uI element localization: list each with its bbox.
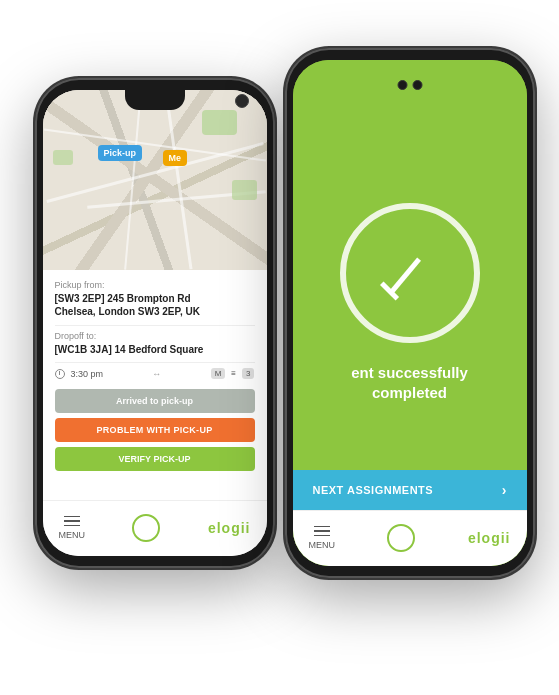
me-marker: Me: [163, 150, 188, 166]
time-row: 3:30 pm ↔ M ≡ 3: [55, 368, 255, 379]
arrived-button[interactable]: Arrived to pick-up: [55, 389, 255, 413]
next-btn-label: NEXT ASSIGNMENTS: [313, 484, 434, 496]
left-screen: Pick-up Me Pickup from: [SW3 2EP] 245 Br…: [43, 90, 267, 556]
clock-icon: [55, 369, 65, 379]
pickup-address-line1: [SW3 2EP] 245 Brompton Rd: [55, 293, 191, 304]
brand-accent: gii: [231, 520, 250, 536]
checkmark-icon: [380, 253, 440, 293]
map-park-3: [232, 180, 257, 200]
right-nav-home-button[interactable]: [387, 524, 415, 552]
success-circle: [340, 203, 480, 343]
left-menu-label: MENU: [59, 530, 86, 540]
right-camera: [397, 80, 422, 90]
left-nav-bar: MENU elogii: [43, 500, 267, 556]
right-nav-bar: MENU elogii: [293, 510, 527, 566]
info-divider-2: [55, 362, 255, 363]
right-nav-menu[interactable]: MENU: [309, 526, 336, 551]
right-menu-label: MENU: [309, 540, 336, 550]
verify-button[interactable]: VERIFY PICK-UP: [55, 447, 255, 471]
info-divider-1: [55, 325, 255, 326]
camera-dot-2: [412, 80, 422, 90]
map-area[interactable]: Pick-up Me: [43, 90, 267, 270]
right-brand-text: elo: [468, 530, 491, 546]
left-phone: Pick-up Me Pickup from: [SW3 2EP] 245 Br…: [35, 78, 275, 568]
right-phone: ent successfully completed NEXT ASSIGNME…: [285, 48, 535, 578]
brand-text: elo: [208, 520, 231, 536]
time-value: 3:30 pm: [71, 369, 104, 379]
badge-m: M: [211, 368, 226, 379]
map-park-2: [53, 150, 73, 165]
success-text: ent successfully completed: [293, 363, 527, 402]
dropoff-address: [WC1B 3JA] 14 Bedford Square: [55, 343, 255, 357]
right-brand-accent: gii: [491, 530, 510, 546]
hamburger-icon: [64, 516, 80, 527]
pickup-address: [SW3 2EP] 245 Brompton Rd Chelsea, Londo…: [55, 292, 255, 319]
phones-container: Pick-up Me Pickup from: [SW3 2EP] 245 Br…: [15, 18, 545, 678]
next-btn-arrow-icon: ›: [502, 482, 507, 498]
right-screen: ent successfully completed NEXT ASSIGNME…: [293, 60, 527, 566]
pickup-marker-label: Pick-up: [104, 148, 137, 158]
me-marker-label: Me: [169, 153, 182, 163]
camera-dot-1: [397, 80, 407, 90]
badge-layers: 3: [242, 368, 254, 379]
pickup-marker: Pick-up: [98, 145, 143, 161]
left-camera: [235, 94, 249, 108]
nav-home-button[interactable]: [132, 514, 160, 542]
pickup-address-line2: Chelsea, London SW3 2EP, UK: [55, 306, 200, 317]
left-notch: [125, 90, 185, 110]
left-nav-brand: elogii: [208, 520, 251, 536]
dropoff-label: Dropoff to:: [55, 331, 255, 341]
pickup-label: Pickup from:: [55, 280, 255, 290]
left-nav-menu[interactable]: MENU: [59, 516, 86, 541]
map-park-1: [202, 110, 237, 135]
problem-button[interactable]: PROBLEM WITH PICK-UP: [55, 418, 255, 442]
right-nav-brand: elogii: [468, 530, 511, 546]
next-assignments-button[interactable]: NEXT ASSIGNMENTS ›: [293, 470, 527, 510]
right-hamburger-icon: [314, 526, 330, 537]
info-area: Pickup from: [SW3 2EP] 245 Brompton Rd C…: [43, 270, 267, 500]
